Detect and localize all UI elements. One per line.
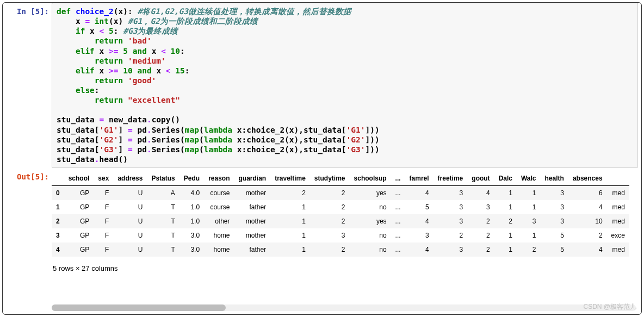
cell: ... xyxy=(391,228,405,243)
cell: course xyxy=(204,186,234,201)
code-text: stu_data xyxy=(57,115,100,124)
cell: home xyxy=(204,243,234,257)
column-header xyxy=(607,171,629,186)
column-header: goout xyxy=(467,171,494,186)
string: 'bad' xyxy=(128,36,152,45)
cell: T xyxy=(147,228,179,243)
kw-return: return xyxy=(95,96,123,104)
cell: GP xyxy=(64,243,94,257)
code-text: ( xyxy=(199,126,204,134)
cell: 2 xyxy=(467,243,494,257)
cell: F xyxy=(94,186,113,201)
code-text: stu_data[ xyxy=(57,135,100,144)
cell: 1.0 xyxy=(179,200,204,214)
kw-and: and xyxy=(133,47,147,55)
code-input[interactable]: def choice_2(x): #将G1,G2,G3做连续值处理，转换成离散值… xyxy=(52,3,638,168)
row-index: 2 xyxy=(52,214,64,228)
cell: GP xyxy=(64,186,94,201)
cell: 4 xyxy=(405,186,434,201)
code-text: copy() xyxy=(152,115,180,124)
kw-and: and xyxy=(137,66,151,75)
code-text xyxy=(90,17,95,26)
code-text: x xyxy=(95,47,109,55)
ind xyxy=(57,66,76,75)
cell: 2 xyxy=(310,200,350,214)
code-text: : xyxy=(180,47,185,55)
output-area: schoolsexaddressPstatusPedureasonguardia… xyxy=(52,168,638,278)
out-prompt: Out[5]: xyxy=(3,168,52,181)
cell: GP xyxy=(64,214,94,228)
column-header: studytime xyxy=(310,171,350,186)
sp xyxy=(123,57,128,65)
code-text: x xyxy=(147,47,161,55)
ind xyxy=(57,96,95,104)
op: . xyxy=(147,145,152,154)
code-text: (x) xyxy=(109,17,128,26)
cell: 1 xyxy=(517,200,541,214)
cell: T xyxy=(147,214,179,228)
horizontal-scrollbar[interactable] xyxy=(52,304,636,311)
cell: 10 xyxy=(568,214,607,228)
cell: home xyxy=(204,228,234,243)
code-text: ])) xyxy=(366,135,380,144)
ind xyxy=(57,76,95,85)
sp xyxy=(123,76,128,85)
row-index: 1 xyxy=(52,200,64,214)
ind xyxy=(57,47,76,55)
comment-icon: #将G1,G2,G3做连续值处理，转换成离散值，然后替换数据 xyxy=(137,7,351,16)
cell: F xyxy=(94,200,113,214)
code-text: (x): xyxy=(114,7,138,16)
dataframe-summary: 5 rows × 27 columns xyxy=(52,261,638,278)
cell: F xyxy=(94,243,113,257)
cell: 6 xyxy=(568,186,607,201)
notebook-wrapper: In [5]: def choice_2(x): #将G1,G2,G3做连续值处… xyxy=(2,2,642,315)
code-text: x:choice_2(x),stu_data[ xyxy=(232,126,346,134)
cell: F xyxy=(94,214,113,228)
string: 'G2' xyxy=(100,135,119,144)
column-header: famrel xyxy=(405,171,434,186)
cell: exce xyxy=(607,228,629,243)
table-row: 2GPFUT1.0othermother12yes...43223310med xyxy=(52,214,629,228)
cell: 3.0 xyxy=(179,228,204,243)
kw-else: else xyxy=(76,86,95,95)
sp xyxy=(128,47,133,55)
cell: 2 xyxy=(270,186,310,201)
kw-lambda: lambda xyxy=(204,145,232,154)
cell: ... xyxy=(391,200,405,214)
sp xyxy=(123,96,128,104)
sp xyxy=(119,66,123,75)
cell: 1 xyxy=(494,186,517,201)
column-header: health xyxy=(541,171,568,186)
code-text: x:choice_2(x),stu_data[ xyxy=(232,145,346,154)
column-header: guardian xyxy=(234,171,270,186)
code-text: : xyxy=(185,66,190,75)
kw-elif: elif xyxy=(76,66,95,75)
cell: 1 xyxy=(494,228,517,243)
op: . xyxy=(147,126,152,134)
cell: U xyxy=(113,214,147,228)
cell: 3 xyxy=(541,200,568,214)
cell: 3 xyxy=(517,214,541,228)
cell: 1 xyxy=(517,228,541,243)
string: 'medium' xyxy=(128,57,166,65)
table-row: 0GPFUA4.0coursemother22yes...4341136med xyxy=(52,186,629,201)
code-text: x:choice_2(x),stu_data[ xyxy=(232,135,346,144)
table-header-row: schoolsexaddressPstatusPedureasonguardia… xyxy=(52,171,629,186)
code-text: Series( xyxy=(152,145,185,154)
code-text: new_data xyxy=(104,115,147,124)
table-row: 4GPFUT3.0homefather12no...4321254med xyxy=(52,243,629,257)
cell: U xyxy=(113,243,147,257)
column-header: reason xyxy=(204,171,234,186)
cell: 3 xyxy=(310,228,350,243)
code-text: x xyxy=(57,17,85,26)
cell: med xyxy=(607,186,629,201)
kw-return: return xyxy=(95,36,123,45)
scrollbar-thumb[interactable] xyxy=(52,304,226,311)
code-text: ( xyxy=(199,135,204,144)
column-header: Dalc xyxy=(494,171,517,186)
sp xyxy=(166,47,171,55)
row-index: 3 xyxy=(52,228,64,243)
row-index: 0 xyxy=(52,186,64,201)
table-row: 1GPFUT1.0coursefather12no...5331134med xyxy=(52,200,629,214)
string: "excellent" xyxy=(128,96,180,104)
